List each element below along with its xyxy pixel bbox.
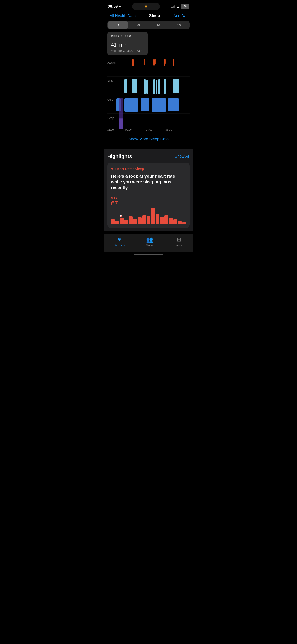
status-time: 08:59 ➤ bbox=[108, 4, 121, 9]
tooltip-label: DEEP SLEEP bbox=[111, 34, 144, 38]
svg-rect-34 bbox=[119, 98, 124, 118]
hr-bar bbox=[182, 222, 186, 224]
location-icon: ➤ bbox=[118, 5, 121, 8]
svg-rect-26 bbox=[164, 79, 166, 94]
tab-bar: ♥ Summary 👥 Sharing ⊞ Browse bbox=[104, 234, 194, 252]
home-indicator bbox=[104, 252, 194, 258]
hr-bar bbox=[173, 219, 177, 224]
svg-rect-19 bbox=[124, 79, 127, 93]
svg-rect-29 bbox=[124, 98, 138, 112]
home-bar bbox=[134, 254, 164, 255]
sharing-icon: 👥 bbox=[146, 236, 153, 243]
svg-text:Deep: Deep bbox=[107, 116, 114, 120]
hr-card-header: ♥ Heart Rate: Sleep bbox=[111, 166, 186, 171]
hr-bar bbox=[120, 218, 124, 224]
back-button[interactable]: ‹ All Health Data bbox=[107, 13, 136, 18]
svg-rect-31 bbox=[152, 98, 166, 112]
tab-week[interactable]: W bbox=[128, 22, 149, 28]
highlights-section: Highlights Show All ♥ Heart Rate: Sleep … bbox=[104, 149, 194, 232]
highlights-title: Highlights bbox=[107, 154, 132, 160]
signal-icon bbox=[171, 5, 175, 8]
hr-bar bbox=[151, 208, 155, 224]
summary-icon: ♥ bbox=[118, 236, 121, 243]
browse-icon: ⊞ bbox=[176, 236, 181, 243]
wifi-icon: ▲ bbox=[176, 4, 180, 8]
svg-rect-25 bbox=[158, 79, 160, 94]
tooltip-time: Yesterday, 23:00 – 23:41 bbox=[111, 49, 144, 52]
svg-rect-12 bbox=[132, 59, 134, 66]
svg-rect-17 bbox=[165, 59, 166, 64]
svg-text::06:00: :06:00 bbox=[165, 128, 172, 131]
tab-day[interactable]: D bbox=[108, 22, 128, 28]
tab-browse[interactable]: ⊞ Browse bbox=[175, 236, 183, 246]
tab-summary[interactable]: ♥ Summary bbox=[114, 236, 125, 246]
add-data-button[interactable]: Add Data bbox=[173, 14, 190, 18]
hr-bar bbox=[147, 216, 150, 224]
svg-text:Awake: Awake bbox=[107, 61, 116, 64]
hr-bar bbox=[156, 214, 159, 224]
heart-rate-card[interactable]: ♥ Heart Rate: Sleep Here's a look at you… bbox=[107, 162, 190, 228]
hr-bar bbox=[169, 218, 173, 224]
svg-rect-16 bbox=[164, 59, 165, 66]
sleep-chart-svg: Awake REM Core Deep bbox=[107, 58, 190, 132]
sleep-chart[interactable]: Awake REM Core Deep bbox=[107, 58, 190, 132]
chevron-left-icon: ‹ bbox=[107, 13, 109, 18]
sleep-tooltip: DEEP SLEEP 41 min Yesterday, 23:00 – 23:… bbox=[107, 32, 148, 55]
hr-max-value: 67 bbox=[111, 200, 186, 207]
svg-rect-24 bbox=[156, 80, 157, 94]
show-all-button[interactable]: Show All bbox=[175, 154, 190, 159]
hr-bar bbox=[142, 215, 146, 224]
svg-rect-32 bbox=[168, 98, 179, 111]
tooltip-number: 41 bbox=[111, 42, 116, 48]
back-label: All Health Data bbox=[110, 14, 136, 18]
heart-icon: ♥ bbox=[111, 166, 114, 171]
battery-indicator: 59 bbox=[181, 4, 189, 9]
svg-rect-22 bbox=[146, 80, 148, 94]
dynamic-island bbox=[132, 2, 160, 10]
sleep-chart-container: DEEP SLEEP 41 min Yesterday, 23:00 – 23:… bbox=[104, 29, 194, 132]
show-more-button[interactable]: Show More Sleep Data bbox=[104, 132, 194, 146]
hr-bar bbox=[178, 221, 182, 224]
nav-bar: ‹ All Health Data Sleep Add Data bbox=[104, 12, 194, 21]
status-bar: 08:59 ➤ ▲ 59 bbox=[104, 0, 194, 12]
hr-description: Here's a look at your heart rate while y… bbox=[111, 174, 186, 190]
svg-rect-33 bbox=[144, 98, 146, 111]
show-more-label: Show More Sleep Data bbox=[128, 137, 169, 141]
page-title: Sleep bbox=[149, 13, 160, 18]
hr-bars bbox=[111, 208, 186, 224]
svg-rect-11 bbox=[119, 118, 124, 130]
browse-label: Browse bbox=[175, 244, 183, 246]
highlights-header: Highlights Show All bbox=[107, 154, 190, 160]
time-display: 08:59 bbox=[108, 4, 118, 9]
svg-rect-13 bbox=[144, 59, 145, 65]
sharing-label: Sharing bbox=[145, 244, 154, 246]
svg-text::00:00: :00:00 bbox=[124, 128, 132, 131]
summary-label: Summary bbox=[114, 244, 125, 246]
hr-max-label: MAX bbox=[111, 197, 186, 200]
svg-rect-23 bbox=[153, 79, 155, 94]
hr-bar bbox=[111, 219, 115, 224]
tab-month[interactable]: M bbox=[148, 22, 169, 28]
hr-bar bbox=[160, 217, 164, 224]
svg-rect-27 bbox=[173, 79, 179, 93]
svg-rect-14 bbox=[153, 59, 155, 66]
tab-sixmonth[interactable]: 6M bbox=[169, 22, 190, 28]
status-right: ▲ 59 bbox=[171, 4, 189, 9]
dynamic-island-dot bbox=[145, 5, 147, 8]
tooltip-unit: min bbox=[119, 42, 127, 48]
hr-chart-area: MAX 67 bbox=[111, 194, 186, 224]
hr-bar bbox=[164, 215, 168, 224]
hr-card-title: Heart Rate: Sleep bbox=[115, 167, 144, 171]
svg-rect-15 bbox=[155, 59, 156, 64]
svg-rect-20 bbox=[132, 79, 137, 93]
hr-bar bbox=[115, 221, 119, 224]
hr-bar bbox=[138, 218, 141, 224]
svg-text::03:00: :03:00 bbox=[145, 128, 152, 131]
hr-bar-dot bbox=[120, 215, 122, 217]
hr-bar bbox=[124, 220, 128, 224]
hr-bar bbox=[133, 218, 137, 224]
tooltip-value: 41 min bbox=[111, 38, 144, 48]
tab-sharing[interactable]: 👥 Sharing bbox=[145, 236, 154, 246]
time-range-tabs: D W M 6M bbox=[107, 21, 190, 29]
svg-text:Core: Core bbox=[107, 98, 113, 101]
